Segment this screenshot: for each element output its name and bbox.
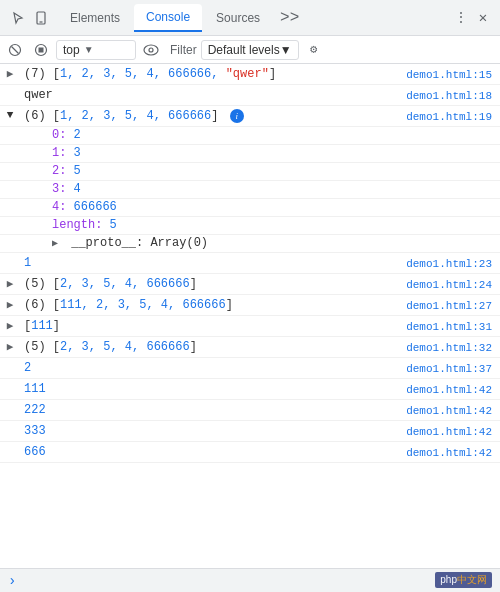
console-output: ▶ (7) [1, 2, 3, 5, 4, 666666, "qwer"] de… [0, 64, 500, 568]
val-4: 666666 [74, 200, 117, 214]
mobile-icon[interactable] [32, 9, 50, 27]
row-gutter-2 [0, 86, 20, 88]
expanded-row-0: 0: 2 [0, 127, 500, 145]
console-row-5: ▶ (5) [2, 3, 5, 4, 666666] demo1.html:24 [0, 274, 500, 295]
row-content-9: 2 [20, 359, 402, 377]
key-4: 4: [52, 200, 74, 214]
svg-point-6 [144, 45, 158, 55]
row-source-5[interactable]: demo1.html:24 [402, 277, 500, 293]
console-toolbar: top ▼ Filter Default levels ▼ ⚙ [0, 36, 500, 64]
text-2: 2 [24, 361, 31, 375]
tab-right-icons: ⋮ ✕ [452, 9, 496, 27]
expanded-row-3: 3: 4 [0, 181, 500, 199]
row-gutter-10 [0, 380, 20, 382]
settings-icon[interactable]: ⚙ [303, 39, 325, 61]
val-3: 4 [74, 182, 81, 196]
row-content-5: (5) [2, 3, 5, 4, 666666] [20, 275, 402, 293]
tab-sources[interactable]: Sources [204, 5, 272, 31]
row-gutter-11 [0, 401, 20, 403]
row-gutter-5[interactable]: ▶ [0, 275, 20, 290]
close-icon[interactable]: ✕ [474, 9, 492, 27]
row-source-10[interactable]: demo1.html:42 [402, 382, 500, 398]
row-source-7[interactable]: demo1.html:31 [402, 319, 500, 335]
row-source-1[interactable]: demo1.html:15 [402, 67, 500, 83]
arr111-bracket2: ] [53, 319, 60, 333]
clear-console-button[interactable] [4, 39, 26, 61]
row-source-4[interactable]: demo1.html:23 [402, 256, 500, 272]
array-suffix-1: ] [269, 67, 276, 81]
row-gutter-3[interactable]: ▼ [0, 107, 20, 121]
console-row-9: 2 demo1.html:37 [0, 358, 500, 379]
console-row-6: ▶ (6) [111, 2, 3, 5, 4, 666666] demo1.ht… [0, 295, 500, 316]
array6-nums: 1, 2, 3, 5, 4, 666666 [60, 109, 211, 123]
val-0: 2 [74, 128, 81, 142]
val-2: 5 [74, 164, 81, 178]
level-selector[interactable]: Default levels ▼ [201, 40, 299, 60]
context-arrow-icon: ▼ [84, 44, 94, 55]
key-3: 3: [52, 182, 74, 196]
tab-more[interactable]: >> [274, 5, 305, 31]
val-1: 3 [74, 146, 81, 160]
row-content-1: (7) [1, 2, 3, 5, 4, 666666, "qwer"] [20, 65, 402, 83]
row-gutter-1[interactable]: ▶ [0, 65, 20, 80]
array6-suffix: ] [211, 109, 218, 123]
text-1: 1 [24, 256, 31, 270]
key-length: length: [52, 218, 110, 232]
arr5b-prefix: (5) [ [24, 340, 60, 354]
console-row-7: ▶ [111] demo1.html:31 [0, 316, 500, 337]
stop-icon[interactable] [30, 39, 52, 61]
cursor-icon[interactable] [10, 9, 28, 27]
row-source-8[interactable]: demo1.html:32 [402, 340, 500, 356]
row-content-7: [111] [20, 317, 402, 335]
console-row-10: 111 demo1.html:42 [0, 379, 500, 400]
row-source-3[interactable]: demo1.html:19 [402, 109, 500, 125]
row-source-13[interactable]: demo1.html:42 [402, 445, 500, 461]
row-gutter-12 [0, 422, 20, 424]
svg-line-3 [12, 46, 19, 53]
row-source-12[interactable]: demo1.html:42 [402, 424, 500, 440]
level-arrow-icon: ▼ [280, 43, 292, 57]
console-prompt-icon: › [8, 573, 16, 589]
row-gutter-13 [0, 443, 20, 445]
tab-elements[interactable]: Elements [58, 5, 132, 31]
array-nums-1: 1, 2, 3, 5, 4, 666666, [60, 67, 226, 81]
console-row-11: 222 demo1.html:42 [0, 400, 500, 421]
row-source-6[interactable]: demo1.html:27 [402, 298, 500, 314]
console-row-8: ▶ (5) [2, 3, 5, 4, 666666] demo1.html:32 [0, 337, 500, 358]
row-content-6: (6) [111, 2, 3, 5, 4, 666666] [20, 296, 402, 314]
arr111-num: 111 [31, 319, 53, 333]
row-source-2[interactable]: demo1.html:18 [402, 88, 500, 104]
expanded-row-2: 2: 5 [0, 163, 500, 181]
expanded-array-block: 0: 2 1: 3 2: 5 3: 4 4: 666666 [0, 127, 500, 253]
row-gutter-9 [0, 359, 20, 361]
bottom-bar: › php中文网 [0, 568, 500, 592]
text-333: 333 [24, 424, 46, 438]
row-content-13: 666 [20, 443, 402, 461]
row-gutter-6[interactable]: ▶ [0, 296, 20, 311]
key-proto: __proto__: [71, 236, 150, 250]
expanded-row-length: length: 5 [0, 217, 500, 235]
live-expression-button[interactable] [140, 39, 162, 61]
row-source-11[interactable]: demo1.html:42 [402, 403, 500, 419]
arr6b-prefix: (6) [ [24, 298, 60, 312]
row-gutter-7[interactable]: ▶ [0, 317, 20, 332]
row-content-11: 222 [20, 401, 402, 419]
text-666: 666 [24, 445, 46, 459]
expanded-row-1: 1: 3 [0, 145, 500, 163]
text-111: 111 [24, 382, 46, 396]
row-gutter-4 [0, 254, 20, 256]
context-selector[interactable]: top ▼ [56, 40, 136, 60]
arr5a-nums: 2, 3, 5, 4, 666666 [60, 277, 190, 291]
val-proto: Array(0) [150, 236, 208, 250]
array-prefix-1: (7) [ [24, 67, 60, 81]
tab-console[interactable]: Console [134, 4, 202, 32]
row-source-9[interactable]: demo1.html:37 [402, 361, 500, 377]
proto-expand-icon[interactable]: ▶ [52, 237, 64, 249]
info-icon-3: i [230, 109, 244, 123]
console-row-3: ▼ (6) [1, 2, 3, 5, 4, 666666] i demo1.ht… [0, 106, 500, 127]
row-content-10: 111 [20, 380, 402, 398]
row-gutter-8[interactable]: ▶ [0, 338, 20, 353]
val-length: 5 [110, 218, 117, 232]
vertical-dots-icon[interactable]: ⋮ [452, 9, 470, 27]
arr5a-suffix: ] [190, 277, 197, 291]
